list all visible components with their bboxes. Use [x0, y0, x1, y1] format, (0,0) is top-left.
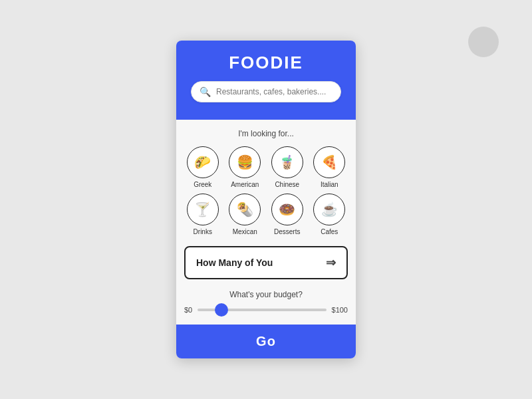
american-label: American [231, 181, 259, 188]
drinks-icon: 🍸 [187, 194, 219, 225]
app-body: I'm looking for... 🌮 Greek 🍔 American 🧋 … [176, 120, 356, 325]
how-many-button[interactable]: How Many of You ⇒ [184, 246, 348, 279]
arrow-right-icon: ⇒ [326, 255, 336, 270]
app-footer: Go [176, 325, 356, 358]
app-title: FOODIE [184, 53, 348, 73]
greek-label: Greek [194, 181, 211, 188]
app-container: FOODIE 🔍 I'm looking for... 🌮 Greek 🍔 Am… [176, 41, 356, 358]
american-icon: 🍔 [229, 146, 261, 178]
looking-for-label: I'm looking for... [238, 129, 294, 138]
slider-row: $0 $100 [184, 306, 348, 314]
slider-max-label: $100 [332, 306, 348, 314]
desserts-icon: 🍩 [271, 194, 303, 225]
food-grid: 🌮 Greek 🍔 American 🧋 Chinese 🍕 Italian 🍸… [184, 146, 348, 235]
food-item-american[interactable]: 🍔 American [227, 146, 264, 188]
food-item-drinks[interactable]: 🍸 Drinks [184, 194, 221, 235]
food-item-cafes[interactable]: ☕ Cafes [311, 194, 348, 235]
cafes-icon: ☕ [313, 194, 345, 225]
drinks-label: Drinks [194, 228, 212, 235]
food-item-greek[interactable]: 🌮 Greek [184, 146, 221, 188]
search-icon: 🔍 [200, 86, 211, 97]
food-item-desserts[interactable]: 🍩 Desserts [269, 194, 306, 235]
chinese-icon: 🧋 [271, 146, 303, 178]
search-input[interactable] [216, 87, 332, 96]
food-item-chinese[interactable]: 🧋 Chinese [269, 146, 306, 188]
greek-icon: 🌮 [187, 146, 219, 178]
app-header: FOODIE 🔍 [176, 41, 356, 120]
cafes-label: Cafes [321, 228, 338, 235]
chinese-label: Chinese [275, 181, 299, 188]
desserts-label: Desserts [274, 228, 300, 235]
slider-min-label: $0 [184, 306, 192, 314]
budget-label: What's your budget? [184, 290, 348, 299]
italian-label: Italian [321, 181, 338, 188]
go-button[interactable]: Go [186, 334, 346, 349]
how-many-label: How Many of You [196, 257, 273, 268]
top-right-circle-button[interactable] [468, 27, 499, 57]
food-item-italian[interactable]: 🍕 Italian [311, 146, 348, 188]
food-item-mexican[interactable]: 🌯 Mexican [227, 194, 264, 235]
italian-icon: 🍕 [313, 146, 345, 178]
mexican-label: Mexican [233, 228, 257, 235]
search-bar: 🔍 [191, 81, 341, 102]
mexican-icon: 🌯 [229, 194, 261, 225]
budget-slider[interactable] [198, 309, 326, 311]
budget-section: What's your budget? $0 $100 [184, 290, 348, 314]
